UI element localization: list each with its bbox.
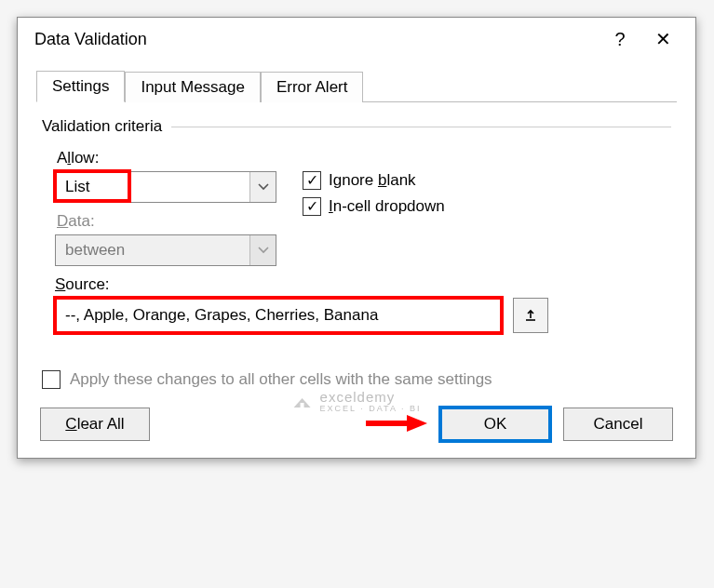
group-divider: [171, 127, 671, 127]
cancel-button[interactable]: Cancel: [563, 408, 673, 441]
range-select-icon: [523, 308, 538, 323]
ok-button[interactable]: OK: [440, 408, 550, 441]
data-value: between: [56, 241, 249, 260]
checkbox-icon: ✓: [42, 370, 61, 389]
allow-combobox[interactable]: List: [55, 171, 276, 203]
options-column: ✓ Ignore blank ✓ In-cell dropdown: [303, 171, 445, 223]
dialog-footer: Clear All OK Cancel: [18, 402, 695, 445]
source-label: Source:: [55, 275, 671, 294]
data-combobox: between: [55, 234, 276, 266]
checkbox-icon: ✓: [303, 197, 321, 216]
group-title: Validation criteria: [42, 117, 162, 136]
clear-all-button[interactable]: Clear All: [40, 408, 150, 441]
arrow-icon: [362, 413, 429, 434]
allow-value: List: [56, 178, 249, 196]
help-button[interactable]: ?: [599, 18, 641, 60]
tab-error-alert[interactable]: Error Alert: [261, 72, 364, 102]
data-validation-dialog: Data Validation ? ✕ Settings Input Messa…: [17, 17, 696, 459]
collapse-range-button[interactable]: [513, 298, 548, 333]
ignore-blank-checkbox[interactable]: ✓ Ignore blank: [303, 171, 445, 190]
tab-settings[interactable]: Settings: [36, 71, 125, 102]
tab-strip: Settings Input Message Error Alert: [36, 70, 677, 102]
tab-input-message[interactable]: Input Message: [125, 72, 261, 102]
dialog-body: Validation criteria Allow: List: [18, 102, 695, 402]
apply-to-others-checkbox: ✓ Apply these changes to all other cells…: [42, 370, 671, 389]
titlebar: Data Validation ? ✕: [18, 18, 695, 60]
source-input[interactable]: [55, 298, 502, 333]
close-button[interactable]: ✕: [641, 18, 684, 60]
checkbox-icon: ✓: [303, 171, 321, 190]
in-cell-dropdown-checkbox[interactable]: ✓ In-cell dropdown: [303, 197, 445, 216]
data-label: Data:: [57, 212, 276, 231]
chevron-down-icon: [249, 235, 276, 265]
dialog-title: Data Validation: [34, 30, 599, 49]
validation-criteria-group: Validation criteria: [42, 117, 671, 136]
allow-label: Allow:: [57, 149, 276, 167]
apply-label: Apply these changes to all other cells w…: [70, 370, 492, 389]
chevron-down-icon[interactable]: [249, 172, 276, 202]
svg-marker-3: [407, 415, 427, 432]
